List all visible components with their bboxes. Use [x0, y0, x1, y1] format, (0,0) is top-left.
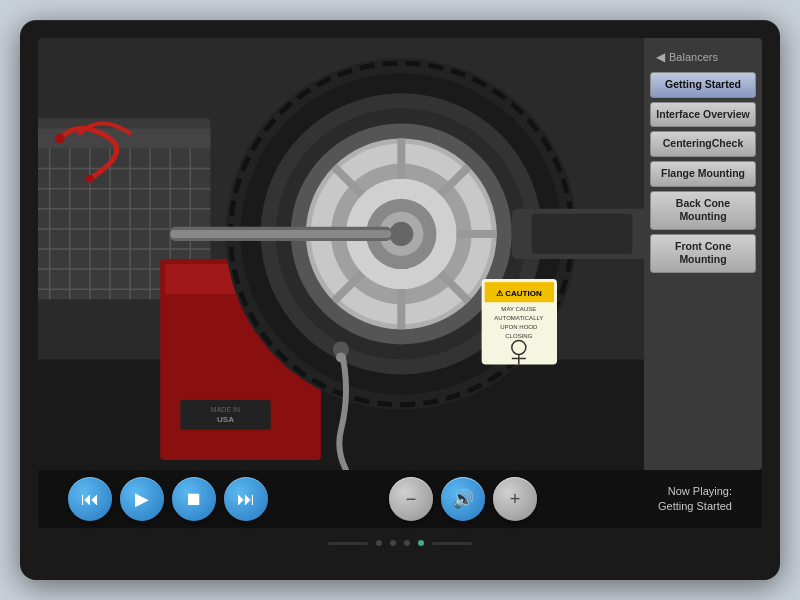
volume-controls: − 🔊 + — [389, 477, 537, 521]
svg-text:CLOSING: CLOSING — [505, 333, 532, 339]
now-playing-prefix: Now Playing: — [668, 485, 732, 497]
fastforward-button[interactable]: ⏭ — [224, 477, 268, 521]
bezel-bottom — [38, 534, 762, 552]
bezel-dot-3 — [404, 540, 410, 546]
stop-button[interactable]: ⏹ — [172, 477, 216, 521]
rewind-button[interactable]: ⏮ — [68, 477, 112, 521]
sidebar-title: Balancers — [669, 51, 718, 63]
transport-controls: ⏮ ▶ ⏹ ⏭ — [68, 477, 268, 521]
volume-up-icon: + — [510, 489, 521, 510]
svg-rect-48 — [170, 230, 391, 238]
sidebar-item-front-cone-mounting[interactable]: Front Cone Mounting — [650, 234, 756, 273]
svg-text:AUTOMATICALLY: AUTOMATICALLY — [494, 315, 543, 321]
sidebar-item-interface-overview[interactable]: Interface Overview — [650, 102, 756, 128]
svg-point-20 — [86, 175, 94, 183]
now-playing: Now Playing: Getting Started — [658, 484, 732, 515]
volume-up-button[interactable]: + — [493, 477, 537, 521]
now-playing-title: Getting Started — [658, 500, 732, 512]
bezel-dot-4-power — [418, 540, 424, 546]
sidebar-arrow-icon: ◀ — [656, 50, 665, 64]
svg-text:MADE IN: MADE IN — [211, 406, 240, 413]
svg-text:UPON HOOD: UPON HOOD — [500, 324, 538, 330]
svg-text:USA: USA — [217, 415, 234, 424]
svg-text:⚠ CAUTION: ⚠ CAUTION — [496, 289, 542, 298]
sidebar-item-getting-started[interactable]: Getting Started — [650, 72, 756, 98]
controls-bar: ⏮ ▶ ⏹ ⏭ − 🔊 + Now Playing: Getting Start… — [38, 470, 762, 528]
video-content: MADE IN USA — [38, 38, 644, 470]
bezel-dot-1 — [376, 540, 382, 546]
volume-down-button[interactable]: − — [389, 477, 433, 521]
play-button[interactable]: ▶ — [120, 477, 164, 521]
volume-down-icon: − — [406, 489, 417, 510]
bezel-line-2 — [432, 542, 472, 545]
sidebar-item-back-cone-mounting[interactable]: Back Cone Mounting — [650, 191, 756, 230]
volume-icon-button[interactable]: 🔊 — [441, 477, 485, 521]
svg-text:MAY CAUSE: MAY CAUSE — [501, 306, 536, 312]
sidebar-item-centering-check[interactable]: CenteringCheck — [650, 131, 756, 157]
bezel-dot-2 — [390, 540, 396, 546]
svg-point-62 — [336, 352, 346, 362]
sidebar-header: ◀ Balancers — [650, 46, 756, 68]
monitor: MADE IN USA — [20, 20, 780, 580]
screen-area: MADE IN USA — [38, 38, 762, 470]
svg-rect-50 — [532, 214, 632, 254]
svg-point-37 — [389, 222, 413, 246]
svg-point-19 — [55, 133, 65, 143]
sidebar-item-flange-mounting[interactable]: Flange Mounting — [650, 161, 756, 187]
bezel-line-1 — [328, 542, 368, 545]
sidebar: ◀ Balancers Getting Started Interface Ov… — [644, 38, 762, 470]
speaker-icon: 🔊 — [452, 488, 474, 510]
